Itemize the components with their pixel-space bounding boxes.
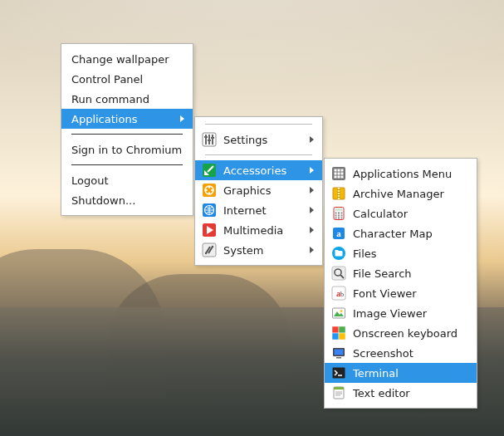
search-icon	[331, 266, 346, 281]
svg-rect-44	[341, 215, 343, 217]
menu-item-change-wallpaper[interactable]: Change wallpaper	[61, 49, 193, 69]
svg-rect-69	[333, 368, 345, 379]
grid-icon	[331, 166, 346, 181]
text-editor-icon	[331, 385, 346, 400]
menu-item-label: Calculator	[353, 208, 462, 220]
svg-rect-59	[333, 308, 345, 318]
image-icon	[331, 306, 346, 321]
settings-icon	[202, 132, 217, 147]
svg-rect-45	[335, 218, 337, 219]
menu-item-font-viewer[interactable]: ab Font Viewer	[325, 283, 477, 303]
svg-rect-4	[204, 136, 208, 138]
menu-item-text-editor[interactable]: Text editor	[325, 383, 477, 403]
menu-item-label: Accessories	[223, 164, 307, 177]
menu-item-image-viewer[interactable]: Image Viewer	[325, 303, 477, 323]
svg-rect-25	[335, 173, 337, 175]
menu-item-label: Settings	[223, 134, 307, 146]
calculator-icon	[331, 206, 346, 221]
svg-point-20	[212, 246, 213, 247]
menu-item-graphics[interactable]: Graphics	[195, 180, 322, 200]
menu-item-label: Onscreen keyboard	[353, 327, 462, 340]
svg-rect-3	[212, 135, 213, 145]
menu-item-label: Sign in to Chromium	[71, 144, 182, 156]
menu-item-label: Multimedia	[223, 224, 307, 237]
applications-submenu: Settings Accessories Graphics Internet M…	[194, 116, 323, 266]
system-icon	[202, 242, 217, 257]
svg-rect-67	[335, 350, 344, 355]
svg-rect-39	[335, 213, 337, 214]
svg-rect-24	[341, 169, 344, 172]
svg-rect-36	[337, 197, 340, 198]
svg-point-12	[208, 192, 210, 194]
svg-rect-30	[341, 176, 344, 179]
menu-item-label: Logout	[71, 174, 178, 187]
svg-rect-6	[211, 137, 214, 139]
svg-rect-72	[334, 387, 344, 389]
menu-item-terminal[interactable]: Terminal	[325, 363, 477, 383]
archive-icon	[331, 186, 346, 201]
svg-rect-38	[335, 208, 343, 211]
svg-rect-63	[339, 326, 345, 333]
svg-rect-64	[332, 333, 339, 340]
menu-item-label: Character Map	[353, 228, 462, 240]
screenshot-icon	[331, 345, 346, 360]
svg-rect-47	[341, 218, 343, 219]
menu-separator	[71, 134, 183, 135]
menu-separator	[205, 154, 312, 155]
menu-item-accessories[interactable]: Accessories	[195, 160, 322, 180]
menu-item-system[interactable]: System	[195, 240, 322, 260]
svg-point-61	[340, 310, 343, 312]
menu-item-label: Internet	[223, 204, 307, 217]
svg-rect-23	[338, 169, 340, 172]
menu-item-label: Change wallpaper	[71, 53, 178, 66]
svg-rect-33	[337, 189, 340, 190]
svg-point-19	[205, 252, 207, 254]
svg-rect-46	[338, 218, 340, 219]
svg-text:a: a	[336, 228, 341, 238]
files-icon	[331, 246, 346, 261]
menu-item-label: Control Panel	[71, 73, 178, 86]
menu-item-settings[interactable]: Settings	[195, 130, 322, 149]
svg-rect-29	[338, 176, 340, 179]
svg-rect-35	[337, 194, 340, 195]
svg-rect-43	[338, 215, 340, 217]
menu-item-multimedia[interactable]: Multimedia	[195, 220, 322, 240]
svg-rect-18	[203, 243, 216, 257]
menu-item-label: Screenshot	[353, 347, 462, 360]
menu-item-control-panel[interactable]: Control Panel	[61, 69, 193, 89]
menu-item-files[interactable]: Files	[325, 243, 477, 263]
menu-item-shutdown[interactable]: Shutdown...	[61, 190, 193, 210]
menu-separator	[71, 164, 183, 165]
svg-rect-27	[341, 173, 344, 175]
menu-item-screenshot[interactable]: Screenshot	[325, 343, 477, 363]
menu-item-applications[interactable]: Applications	[61, 109, 193, 129]
menu-item-applications-menu[interactable]: Applications Menu	[325, 164, 477, 184]
svg-rect-41	[341, 213, 343, 214]
svg-rect-26	[338, 173, 340, 175]
menu-item-sign-in-chromium[interactable]: Sign in to Chromium	[61, 140, 193, 159]
svg-text:b: b	[340, 291, 344, 298]
svg-rect-5	[208, 140, 211, 141]
svg-rect-68	[336, 357, 341, 359]
menu-item-label: Terminal	[353, 367, 462, 380]
svg-rect-28	[335, 176, 337, 179]
menu-item-label: Files	[353, 247, 462, 260]
menu-item-label: File Search	[353, 267, 462, 280]
menu-item-label: Run command	[71, 93, 178, 105]
menu-item-archive-manager[interactable]: Archive Manager	[325, 184, 477, 203]
menu-item-internet[interactable]: Internet	[195, 200, 322, 220]
menu-item-logout[interactable]: Logout	[61, 170, 193, 190]
menu-separator	[205, 124, 312, 125]
menu-item-label: Font Viewer	[353, 287, 462, 300]
svg-rect-40	[338, 213, 340, 214]
svg-rect-42	[335, 215, 337, 217]
menu-item-label: Image Viewer	[353, 307, 462, 320]
menu-item-calculator[interactable]: Calculator	[325, 203, 477, 223]
desktop-context-menu: Change wallpaper Control Panel Run comma…	[61, 43, 193, 216]
menu-item-character-map[interactable]: a Character Map	[325, 223, 477, 243]
menu-item-label: Applications	[71, 113, 178, 125]
menu-item-onscreen-keyboard[interactable]: Onscreen keyboard	[325, 323, 477, 343]
menu-item-file-search[interactable]: File Search	[325, 263, 477, 283]
menu-item-run-command[interactable]: Run command	[61, 89, 193, 109]
menu-item-label: System	[223, 244, 307, 257]
